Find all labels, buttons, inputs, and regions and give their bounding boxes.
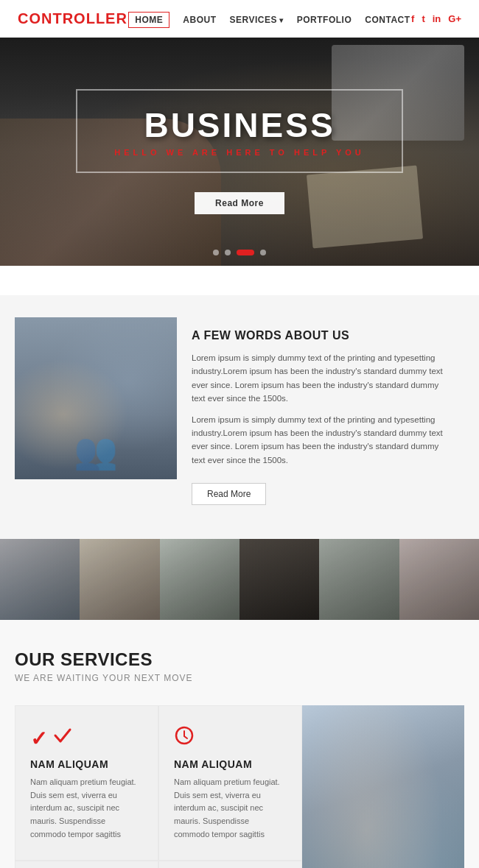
- service-desc-2: Nam aliquam pretium feugiat. Duis sem es…: [174, 776, 287, 841]
- nav-link-about[interactable]: ABOUT: [183, 15, 216, 25]
- strip-photo-4: [240, 539, 319, 620]
- strip-photo-2: [80, 539, 159, 620]
- about-read-more-button[interactable]: Read More: [192, 483, 266, 505]
- services-subtitle: WE ARE WAITING YOUR NEXT MOVE: [15, 673, 464, 683]
- nav-link-services[interactable]: SERVICES: [230, 15, 284, 25]
- about-paragraph-2: Lorem ipsum is simply dummy text of the …: [192, 413, 450, 467]
- service-card-1: NAM ALIQUAM Nam aliquam pretium feugiat.…: [15, 705, 158, 861]
- dot-4[interactable]: [260, 250, 266, 255]
- service-desc-1: Nam aliquam pretium feugiat. Duis sem es…: [30, 776, 143, 841]
- services-section: OUR SERVICES WE ARE WAITING YOUR NEXT MO…: [0, 620, 479, 868]
- nav-links: HOME ABOUT SERVICES PORTFOLIO CONTACT: [128, 13, 410, 26]
- strip-photo-3: [160, 539, 240, 620]
- services-header: OUR SERVICES WE ARE WAITING YOUR NEXT MO…: [15, 649, 464, 683]
- logo-part1: CON: [18, 10, 52, 27]
- twitter-icon[interactable]: t: [422, 13, 424, 24]
- about-paragraph-1: Lorem ipsum is simply dummy text of the …: [192, 351, 450, 406]
- about-title: A FEW WORDS ABOUT US: [192, 329, 450, 342]
- linkedin-icon[interactable]: in: [433, 13, 441, 24]
- nav-item-home[interactable]: HOME: [128, 13, 169, 26]
- hero-content: BUSINESS HELLO WE ARE HERE TO HELP YOU R…: [76, 89, 403, 214]
- spacer: [0, 266, 479, 295]
- logo[interactable]: CONTROLLER: [18, 10, 127, 27]
- dot-2[interactable]: [225, 250, 231, 255]
- hero-dots: [213, 250, 266, 255]
- hero-subtitle: HELLO WE ARE HERE TO HELP YOU: [114, 148, 365, 157]
- facebook-icon[interactable]: f: [411, 13, 414, 24]
- strip-photo-6: [399, 539, 479, 620]
- service-card-3: NAM ALIQUAM Nam aliquam pretium feugiat.…: [15, 861, 158, 868]
- services-image: [302, 705, 464, 868]
- nav-link-portfolio[interactable]: PORTFOLIO: [297, 15, 352, 25]
- nav-link-home[interactable]: HOME: [128, 12, 169, 28]
- hero-section: BUSINESS HELLO WE ARE HERE TO HELP YOU R…: [0, 38, 479, 266]
- hero-cta-button[interactable]: Read More: [195, 192, 284, 214]
- services-grid-container: NAM ALIQUAM Nam aliquam pretium feugiat.…: [15, 705, 464, 868]
- hero-border-box: BUSINESS HELLO WE ARE HERE TO HELP YOU: [76, 89, 403, 173]
- service-name-2: NAM ALIQUAM: [174, 758, 287, 770]
- about-content: A FEW WORDS ABOUT US Lorem ipsum is simp…: [177, 317, 464, 517]
- logo-part2: TROLLER: [52, 10, 127, 27]
- dot-3[interactable]: [237, 250, 254, 255]
- nav-item-portfolio[interactable]: PORTFOLIO: [297, 13, 352, 26]
- hero-title: BUSINESS: [114, 105, 365, 145]
- nav-link-contact[interactable]: CONTACT: [365, 15, 410, 25]
- nav-item-services[interactable]: SERVICES: [230, 13, 284, 26]
- services-title: OUR SERVICES: [15, 649, 464, 670]
- photo-strip: [0, 539, 479, 620]
- strip-photo-5: [319, 539, 399, 620]
- service-card-2: NAM ALIQUAM Nam aliquam pretium feugiat.…: [158, 705, 302, 861]
- service-name-1: NAM ALIQUAM: [30, 758, 143, 770]
- navbar: CONTROLLER HOME ABOUT SERVICES PORTFOLIO…: [0, 0, 479, 38]
- nav-item-about[interactable]: ABOUT: [183, 13, 216, 26]
- service-card-4: NAM ALIQUAM Nam aliquam pretium feugiat.…: [158, 861, 302, 868]
- nav-item-contact[interactable]: CONTACT: [365, 13, 410, 26]
- clock-icon: [174, 725, 287, 751]
- dot-1[interactable]: [213, 250, 219, 255]
- about-image: [15, 317, 177, 479]
- services-grid: NAM ALIQUAM Nam aliquam pretium feugiat.…: [15, 705, 302, 868]
- social-icons: f t in G+: [411, 13, 461, 24]
- check-icon: [30, 725, 143, 751]
- googleplus-icon[interactable]: G+: [448, 13, 461, 24]
- about-section: A FEW WORDS ABOUT US Lorem ipsum is simp…: [0, 295, 479, 539]
- strip-photo-1: [0, 539, 80, 620]
